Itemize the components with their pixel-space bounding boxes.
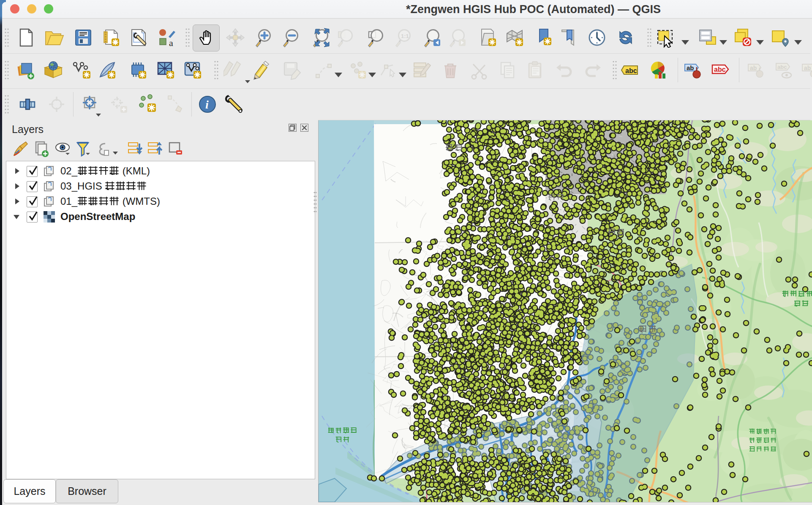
svg-text:abc: abc — [625, 67, 637, 74]
svg-text:1:1: 1:1 — [401, 33, 409, 39]
svg-text:ab: ab — [750, 65, 757, 71]
svg-text:abc: abc — [777, 64, 787, 70]
svg-text:i: i — [205, 98, 209, 111]
svg-text:abc: abc — [714, 66, 726, 73]
svg-text:ab: ab — [687, 64, 694, 71]
svg-text:a: a — [169, 38, 173, 48]
svg-text:ab: ab — [804, 65, 811, 71]
